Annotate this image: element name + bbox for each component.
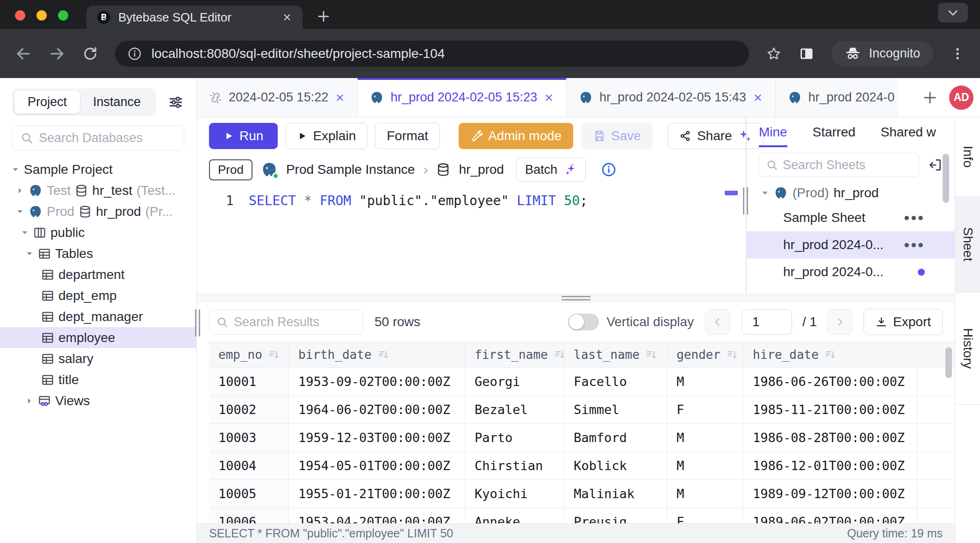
results-splitter[interactable] <box>197 294 955 302</box>
run-button[interactable]: Run <box>209 123 278 149</box>
reload-icon[interactable] <box>82 46 98 62</box>
table-cell[interactable]: Simmel <box>564 396 667 423</box>
table-cell[interactable]: M <box>667 480 743 507</box>
tab-project[interactable]: Project <box>14 91 80 114</box>
table-row[interactable]: 100021964-06-02T00:00:00ZBezalelSimmelF1… <box>209 396 955 424</box>
table-cell[interactable]: Maliniak <box>564 480 667 507</box>
tab-shared[interactable]: Shared w <box>881 125 936 147</box>
table-cell[interactable]: Kyoichi <box>465 480 564 507</box>
export-button[interactable]: Export <box>864 309 943 335</box>
table-cell[interactable]: Georgi <box>465 368 564 395</box>
column-header-hire_date[interactable]: hire_date <box>743 342 917 367</box>
table-cell[interactable]: 1986-12-01T00:00:00Z <box>743 452 917 479</box>
worksheet-tab-close-icon[interactable] <box>544 93 554 103</box>
tree-item-title[interactable]: title <box>0 369 196 390</box>
sheets-search[interactable] <box>759 153 919 177</box>
tab-history[interactable]: History <box>955 293 980 405</box>
database-search-input[interactable] <box>39 131 176 145</box>
table-row[interactable]: 100061953-04-20T00:00:00ZAnnekePreusigF1… <box>209 508 955 523</box>
tree-item-sample-project[interactable]: Sample Project <box>0 159 196 180</box>
worksheet-tab[interactable]: hr_prod 2024-0 <box>776 78 898 117</box>
table-cell[interactable]: 1955-01-21T00:00:00Z <box>289 480 465 507</box>
tab-mine[interactable]: Mine <box>759 125 787 147</box>
tree-item-dept-emp[interactable]: dept_emp <box>0 285 196 306</box>
table-cell[interactable]: Preusig <box>564 508 667 523</box>
save-button[interactable]: Save <box>582 123 653 149</box>
site-info-icon[interactable] <box>127 46 142 61</box>
side-panel-icon[interactable] <box>799 46 814 62</box>
table-row[interactable]: 100011953-09-02T00:00:00ZGeorgiFacelloM1… <box>209 368 955 396</box>
sheets-group-header[interactable]: (Prod)hr_prod <box>747 182 955 204</box>
batch-button[interactable]: Batch <box>516 157 586 182</box>
table-cell[interactable]: 1964-06-02T00:00:00Z <box>289 396 465 423</box>
window-zoom-button[interactable] <box>58 10 68 21</box>
new-worksheet-button[interactable] <box>922 90 938 106</box>
worksheet-tab-close-icon[interactable] <box>335 93 345 103</box>
table-cell[interactable]: 10005 <box>209 480 289 507</box>
worksheet-tab-close-icon[interactable] <box>753 93 763 103</box>
table-cell[interactable]: F <box>667 396 743 423</box>
table-cell[interactable]: 10001 <box>209 368 289 395</box>
database-search[interactable] <box>12 125 184 150</box>
column-header-birth_date[interactable]: birth_date <box>289 342 465 367</box>
next-page-button[interactable] <box>827 309 852 335</box>
admin-mode-button[interactable]: Admin mode <box>459 123 573 149</box>
column-header-gender[interactable]: gender <box>667 342 743 367</box>
table-cell[interactable]: Facello <box>564 368 667 395</box>
bookmark-star-icon[interactable] <box>766 46 782 62</box>
tree-item-public[interactable]: public <box>0 222 196 243</box>
info-circle-icon[interactable] <box>601 162 617 178</box>
table-cell[interactable]: Bamford <box>564 424 667 451</box>
table-cell[interactable]: M <box>667 368 743 395</box>
worksheet-tab[interactable]: hr_prod 2024-02-05 15:43 <box>567 78 776 117</box>
tab-search-button[interactable] <box>938 3 968 22</box>
sheet-item[interactable]: hr_prod 2024-0... <box>747 258 955 286</box>
table-cell[interactable]: Bezalel <box>465 396 564 423</box>
filter-sliders-icon[interactable] <box>167 94 184 111</box>
tab-sheet[interactable]: Sheet <box>955 197 980 293</box>
page-input[interactable] <box>742 309 792 335</box>
table-cell[interactable]: F <box>667 508 743 523</box>
sheet-item[interactable]: Sample Sheet••• <box>747 204 955 231</box>
column-header-last_name[interactable]: last_name <box>564 342 667 367</box>
prev-page-button[interactable] <box>705 309 730 335</box>
window-minimize-button[interactable] <box>36 10 47 21</box>
tree-item-hr-prod[interactable]: Prodhr_prod(Pr... <box>0 201 196 222</box>
table-cell[interactable]: Chirstian <box>465 452 564 479</box>
more-menu-icon[interactable]: ••• <box>904 240 925 250</box>
table-cell[interactable]: Anneke <box>465 508 564 523</box>
table-cell[interactable]: 1986-06-26T00:00:00Z <box>743 368 917 395</box>
table-cell[interactable]: 1953-04-20T00:00:00Z <box>289 508 465 523</box>
table-cell[interactable]: 10004 <box>209 452 289 479</box>
table-row[interactable]: 100031959-12-03T00:00:00ZPartoBamfordM19… <box>209 424 955 452</box>
sheets-scrollbar[interactable] <box>943 154 949 203</box>
table-cell[interactable]: Koblick <box>564 452 667 479</box>
tree-item-department[interactable]: department <box>0 264 196 285</box>
tree-item-salary[interactable]: salary <box>0 348 196 369</box>
tree-item-tables[interactable]: Tables <box>0 243 196 264</box>
tree-item-employee[interactable]: employee <box>0 327 196 348</box>
table-cell[interactable]: 1959-12-03T00:00:00Z <box>289 424 465 451</box>
table-cell[interactable]: M <box>667 452 743 479</box>
table-cell[interactable]: 10003 <box>209 424 289 451</box>
vertical-display-toggle[interactable] <box>568 314 599 330</box>
forward-icon[interactable] <box>49 45 65 62</box>
collapse-panel-icon[interactable] <box>928 157 943 172</box>
user-avatar[interactable]: AD <box>949 86 973 110</box>
tab-instance[interactable]: Instance <box>80 91 154 114</box>
results-search-input[interactable] <box>234 315 356 329</box>
worksheet-tab[interactable]: hr_prod 2024-02-05 15:23 <box>358 78 567 117</box>
format-button[interactable]: Format <box>375 123 440 149</box>
table-cell[interactable]: 1985-11-21T00:00:00Z <box>743 396 917 423</box>
tab-info[interactable]: Info <box>955 117 980 197</box>
more-menu-icon[interactable]: ••• <box>904 213 925 222</box>
table-cell[interactable]: 1954-05-01T00:00:00Z <box>289 452 465 479</box>
table-cell[interactable]: 10002 <box>209 396 289 423</box>
explain-button[interactable]: Explain <box>285 123 368 149</box>
table-cell[interactable]: M <box>667 424 743 451</box>
table-cell[interactable]: 1989-06-02T00:00:00Z <box>743 508 917 523</box>
table-row[interactable]: 100041954-05-01T00:00:00ZChirstianKoblic… <box>209 452 955 480</box>
editor-scroll-indicator[interactable] <box>725 191 738 195</box>
table-cell[interactable]: Parto <box>465 424 564 451</box>
window-close-button[interactable] <box>15 10 25 21</box>
